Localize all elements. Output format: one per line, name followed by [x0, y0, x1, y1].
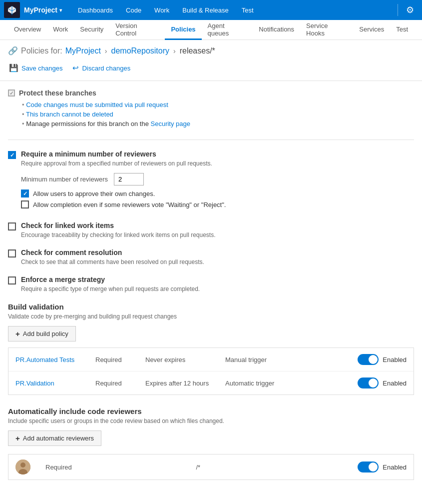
tab-version-control[interactable]: Version Control	[109, 20, 165, 40]
secondary-nav: Overview Work Security Version Control P…	[0, 20, 422, 40]
top-nav-links: Dashboards Code Work Build & Release Tes…	[72, 0, 394, 20]
build-policy-toggle-label-1: Enabled	[383, 356, 407, 364]
svg-point-1	[20, 462, 25, 468]
merge-strategy-content: Enforce a merge strategy Require a speci…	[21, 276, 414, 292]
build-policy-toggle-2[interactable]	[358, 378, 379, 388]
build-policy-req-2: Required	[95, 380, 145, 387]
merge-strategy-title: Enforce a merge strategy	[21, 276, 414, 284]
waiting-label: Allow completion even if some reviewers …	[33, 201, 226, 208]
reviewer-table: Required /* Enabled	[8, 454, 414, 480]
reviewers-policy: Require a minimum number of reviewers Re…	[8, 150, 414, 212]
breadcrumb-project[interactable]: MyProject	[65, 46, 101, 56]
comment-resolution-checkbox[interactable]	[8, 250, 16, 258]
breadcrumb-repo[interactable]: demoRepository	[111, 46, 170, 56]
build-policy-toggle-1-container: Enabled	[347, 354, 407, 365]
protect-item-1: • Code changes must be submitted via pul…	[22, 101, 414, 108]
protect-text-3: Manage permissions for this branch on th…	[26, 120, 150, 128]
merge-strategy-checkbox[interactable]	[8, 276, 16, 284]
tab-test[interactable]: Test	[390, 20, 414, 40]
linked-work-items-checkbox[interactable]	[8, 222, 16, 230]
reviewers-checkbox[interactable]	[8, 151, 16, 159]
project-selector[interactable]: MyProject ▾	[24, 6, 62, 14]
tab-service-hooks[interactable]: Service Hooks	[300, 20, 353, 40]
tab-agent-queues[interactable]: Agent queues	[202, 20, 253, 40]
own-changes-checkbox[interactable]	[21, 190, 29, 198]
protect-item-3: • Manage permissions for this branch on …	[22, 120, 414, 128]
protect-security-link[interactable]: Security page	[151, 120, 191, 128]
breadcrumb-prefix: Policies for:	[21, 46, 62, 56]
nav-work[interactable]: Work	[148, 0, 175, 20]
main-content: Protect these branches • Code changes mu…	[0, 81, 422, 500]
tab-policies[interactable]: Policies	[165, 20, 201, 40]
plus-icon: +	[15, 330, 20, 338]
nav-dashboards[interactable]: Dashboards	[72, 0, 119, 20]
breadcrumb-sep-1: ›	[105, 47, 107, 55]
protect-header: Protect these branches	[8, 89, 414, 97]
reviewer-count-row: Minimum number of reviewers	[21, 173, 414, 186]
tab-services[interactable]: Services	[353, 20, 390, 40]
tab-work[interactable]: Work	[47, 20, 74, 40]
breadcrumb-branch: releases/*	[180, 46, 215, 56]
save-changes-button[interactable]: 💾 Save changes	[8, 62, 63, 74]
protect-branches-section: Protect these branches • Code changes mu…	[8, 89, 414, 128]
protect-link-2[interactable]: This branch cannot be deleted	[26, 110, 113, 118]
save-label: Save changes	[21, 64, 62, 72]
comment-resolution-title: Check for comment resolution	[21, 248, 414, 256]
build-row-1: PR.Automated Tests Required Never expire…	[8, 348, 414, 372]
protect-link-1[interactable]: Code changes must be submitted via pull …	[26, 101, 168, 108]
comment-resolution-desc: Check to see that all comments have been…	[21, 258, 414, 266]
protect-item-2: • This branch cannot be deleted	[22, 110, 414, 118]
reviewer-avatar-1	[15, 460, 30, 474]
nav-code[interactable]: Code	[120, 0, 147, 20]
build-table: PR.Automated Tests Required Never expire…	[8, 348, 414, 395]
build-policy-name-1[interactable]: PR.Automated Tests	[15, 356, 95, 364]
tab-overview[interactable]: Overview	[8, 20, 47, 40]
reviewer-count-label: Minimum number of reviewers	[21, 176, 108, 183]
breadcrumb-sep-2: ›	[173, 47, 176, 55]
build-policy-exp-2: Expires after 12 hours	[145, 380, 225, 387]
add-build-policy-button[interactable]: + Add build policy	[8, 326, 76, 342]
build-policy-req-1: Required	[95, 356, 145, 364]
comment-resolution-policy: Check for comment resolution Check to se…	[8, 248, 414, 266]
chevron-down-icon: ▾	[59, 8, 62, 13]
app-logo[interactable]	[4, 2, 20, 18]
tab-notifications[interactable]: Notifications	[253, 20, 300, 40]
discard-changes-button[interactable]: ↩ Discard changes	[71, 62, 131, 74]
code-reviewers-title: Automatically include code reviewers	[8, 407, 414, 416]
nav-test[interactable]: Test	[236, 0, 260, 20]
add-automatic-reviewers-button[interactable]: + Add automatic reviewers	[8, 430, 101, 446]
linked-work-items-content: Check for linked work items Encourage tr…	[21, 222, 414, 238]
merge-strategy-desc: Require a specific type of merge when pu…	[21, 286, 414, 292]
add-reviewers-label: Add automatic reviewers	[23, 434, 94, 442]
linked-work-items-policy: Check for linked work items Encourage tr…	[8, 222, 414, 238]
reviewer-count-input[interactable]	[114, 173, 144, 186]
reviewer-toggle-1[interactable]	[358, 462, 379, 472]
project-name: MyProject	[24, 6, 57, 14]
protect-checkbox[interactable]	[8, 90, 15, 96]
breadcrumb: 🔗 Policies for: MyProject › demoReposito…	[0, 40, 422, 60]
code-reviewers-desc: Include specific users or groups in the …	[8, 418, 414, 424]
protect-items: • Code changes must be submitted via pul…	[8, 101, 414, 128]
build-row-2: PR.Validation Required Expires after 12 …	[8, 372, 414, 394]
settings-icon[interactable]: ⚙	[402, 4, 418, 16]
toolbar: 💾 Save changes ↩ Discard changes	[0, 60, 422, 81]
discard-label: Discard changes	[82, 64, 130, 72]
nav-divider	[398, 4, 398, 16]
tab-security[interactable]: Security	[74, 20, 109, 40]
build-policy-toggle-1[interactable]	[358, 354, 379, 365]
build-policy-name-2[interactable]: PR.Validation	[15, 380, 95, 387]
own-changes-label: Allow users to approve their own changes…	[33, 190, 155, 198]
build-policy-trig-1: Manual trigger	[225, 356, 347, 364]
merge-strategy-policy: Enforce a merge strategy Require a speci…	[8, 276, 414, 292]
linked-work-items-title: Check for linked work items	[21, 222, 414, 230]
nav-build-release[interactable]: Build & Release	[176, 0, 235, 20]
reviewer-path-1: /*	[196, 464, 347, 471]
waiting-checkbox[interactable]	[21, 200, 29, 208]
sub-check-waiting: Allow completion even if some reviewers …	[21, 200, 414, 208]
plus-icon-2: +	[15, 434, 20, 442]
reviewer-required-1: Required	[30, 464, 196, 471]
reviewer-toggle-1-container: Enabled	[347, 462, 407, 472]
code-reviewers-section: Automatically include code reviewers Inc…	[8, 407, 414, 480]
reviewers-desc: Require approval from a specified number…	[21, 160, 414, 167]
reviewers-content: Require a minimum number of reviewers Re…	[21, 150, 414, 212]
